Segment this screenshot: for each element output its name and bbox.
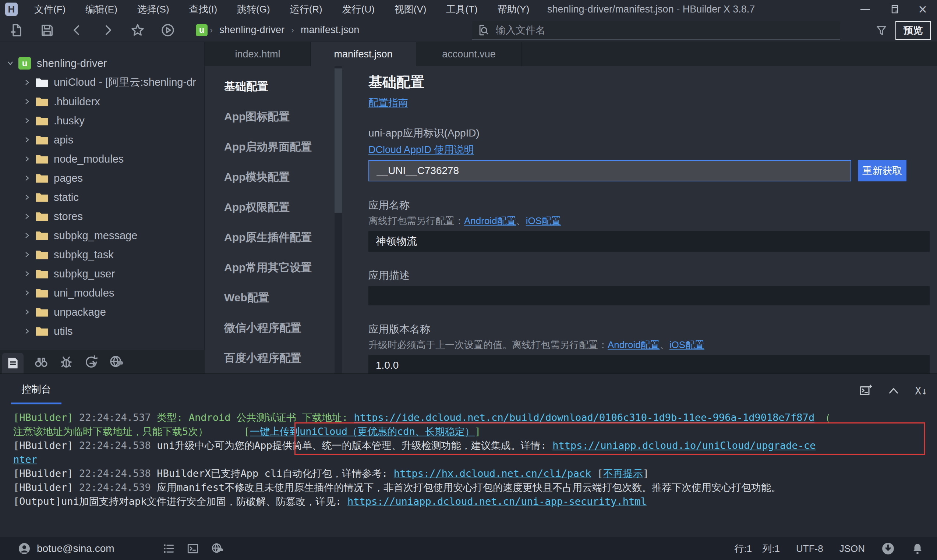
tree-item-utils[interactable]: utils [0,322,204,341]
app-desc-input[interactable] [368,286,929,305]
tree-item-hbuilderx[interactable]: .hbuilderx [0,92,204,111]
terminal-new-icon[interactable] [859,384,872,397]
console-link[interactable]: https://ide.dcloud.net.cn/build/download… [354,412,814,423]
close-button[interactable]: × [908,0,937,18]
star-icon[interactable] [130,23,145,37]
tree-item-label: subpkg_message [54,229,137,242]
new-file-icon[interactable] [9,23,24,37]
tree-item-unicloud[interactable]: uniCloud - [阿里云:shenling-dr [0,73,204,92]
account-email[interactable]: botue@sina.com [37,543,114,554]
config-guide-link[interactable]: 配置指南 [368,96,408,109]
debug-bug-icon[interactable] [59,355,74,369]
app-name-input[interactable] [368,231,929,252]
filter-icon[interactable] [875,24,888,37]
nav-app-icon-config[interactable]: App图标配置 [205,102,354,132]
tab-manifest-json[interactable]: manifest.json [311,42,416,66]
menu-goto[interactable]: 跳转(G) [227,0,280,18]
globe-cloud-icon[interactable] [211,542,223,555]
console-link[interactable]: https://uniapp.dcloud.io/uniCloud/upgrad… [552,440,815,451]
breadcrumb-file[interactable]: manifest.json [301,24,359,36]
cursor-col-indicator[interactable]: 列:1 [762,542,780,555]
filetype-indicator[interactable]: JSON [840,543,865,554]
tree-item-husky[interactable]: .husky [0,111,204,130]
tree-item-subpkg-task[interactable]: subpkg_task [0,245,204,264]
tree-item-label: subpkg_user [54,268,115,280]
nav-web-config[interactable]: Web配置 [205,283,354,313]
outline-list-icon[interactable] [162,542,175,555]
menu-tools[interactable]: 工具(T) [437,0,488,18]
globe-cloud-icon[interactable] [109,355,124,369]
menu-file[interactable]: 文件(F) [24,0,75,18]
search-binoculars-icon[interactable] [34,355,49,369]
nav-app-native-plugin-config[interactable]: App原生插件配置 [205,222,354,252]
refresh-appid-button[interactable]: 重新获取 [858,160,906,182]
version-name-input[interactable] [368,355,929,374]
tree-item-apis[interactable]: apis [0,130,204,149]
user-avatar-icon[interactable] [18,542,31,555]
chevron-right-icon: › [210,25,213,35]
appid-input[interactable] [368,160,851,182]
tree-item-subpkg-message[interactable]: subpkg_message [0,226,204,245]
tree-item-uni-modules[interactable]: uni_modules [0,283,204,302]
maximize-button[interactable] [880,0,908,18]
collapse-panel-icon[interactable] [887,384,900,397]
ios-config-link[interactable]: iOS配置 [669,339,705,350]
tree-item-stores[interactable]: stores [0,207,204,226]
terminal-icon[interactable] [186,542,199,555]
console-tab[interactable]: 控制台 [11,383,62,405]
nav-app-permission-config[interactable]: App权限配置 [205,192,354,222]
search-input[interactable] [496,25,820,36]
back-icon[interactable] [70,23,85,37]
menu-select[interactable]: 选择(S) [127,0,179,18]
cursor-line-indicator[interactable]: 行:1 [735,542,752,555]
menu-edit[interactable]: 编辑(E) [75,0,127,18]
tree-item-node-modules[interactable]: node_modules [0,149,204,169]
note-text: 、 [516,215,526,226]
nav-wechat-mp-config[interactable]: 微信小程序配置 [205,313,354,343]
save-icon[interactable] [40,23,54,37]
nav-scrollbar[interactable] [335,66,342,374]
file-search-box[interactable] [472,22,840,40]
tree-item-static[interactable]: static [0,188,204,207]
android-config-link[interactable]: Android配置 [464,215,516,226]
toolbar: u › shenling-driver › manifest.json 预览 [0,18,937,42]
android-config-link[interactable]: Android配置 [608,339,660,350]
menu-view[interactable]: 视图(V) [385,0,437,18]
bell-icon[interactable] [911,542,924,555]
breadcrumb-project[interactable]: shenling-driver [219,24,285,36]
console-link[interactable]: https://uniapp.dcloud.net.cn/uni-app-sec… [348,495,647,507]
nav-scrollbar-thumb[interactable] [335,68,342,213]
tree-item-root[interactable]: u shenling-driver [0,54,204,73]
forward-icon[interactable] [100,23,115,37]
appid-doc-link[interactable]: DCloud AppID 使用说明 [368,143,474,156]
menu-help[interactable]: 帮助(Y) [488,0,540,18]
run-icon[interactable] [160,23,175,37]
menu-publish[interactable]: 发行(U) [332,0,385,18]
menu-find[interactable]: 查找(I) [179,0,228,18]
console-link[interactable]: 一键上传到uniCloud（更优惠的cdn、长期稳定） [250,426,475,437]
tree-item-label: shenling-driver [37,57,107,69]
sync-icon[interactable] [84,355,98,369]
nav-app-module-config[interactable]: App模块配置 [205,162,354,192]
nav-basic-config[interactable]: 基础配置 [205,71,354,102]
tree-item-pages[interactable]: pages [0,169,204,188]
console-text: [HBuilder] [13,440,79,451]
clear-close-icon[interactable]: X↓ [915,385,928,397]
tab-account-vue[interactable]: account.vue [416,42,522,66]
nav-app-other-config[interactable]: App常用其它设置 [205,252,354,283]
minimize-button[interactable] [851,0,880,18]
console-link[interactable]: 不再提示 [603,468,643,479]
files-panel-tab[interactable] [2,353,23,374]
console-link[interactable]: https://hx.dcloud.net.cn/cli/pack [394,468,591,479]
preview-button[interactable]: 预览 [895,21,931,40]
nav-baidu-mp-config[interactable]: 百度小程序配置 [205,343,354,373]
nav-app-launch-config[interactable]: App启动界面配置 [205,132,354,162]
ios-config-link[interactable]: iOS配置 [526,215,561,226]
tree-item-subpkg-user[interactable]: subpkg_user [0,264,204,283]
download-circle-icon[interactable] [881,542,895,555]
tab-index-html[interactable]: index.html [205,42,311,66]
menu-run[interactable]: 运行(R) [280,0,332,18]
tree-item-unpackage[interactable]: unpackage [0,302,204,322]
encoding-indicator[interactable]: UTF-8 [796,543,823,554]
console-link[interactable]: nter [13,454,37,465]
